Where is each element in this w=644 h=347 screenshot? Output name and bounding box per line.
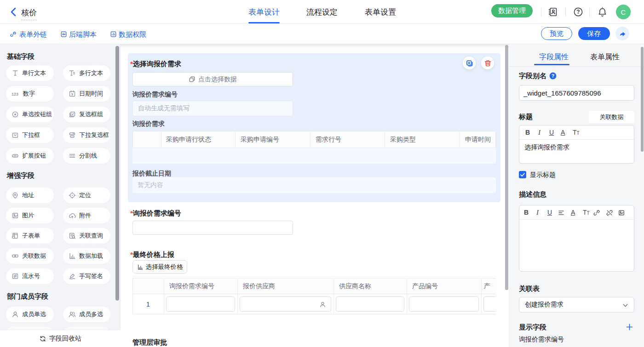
svg-text:?: ? [576, 9, 580, 15]
svg-text:123: 123 [12, 92, 18, 97]
svg-text:?: ? [552, 73, 554, 79]
